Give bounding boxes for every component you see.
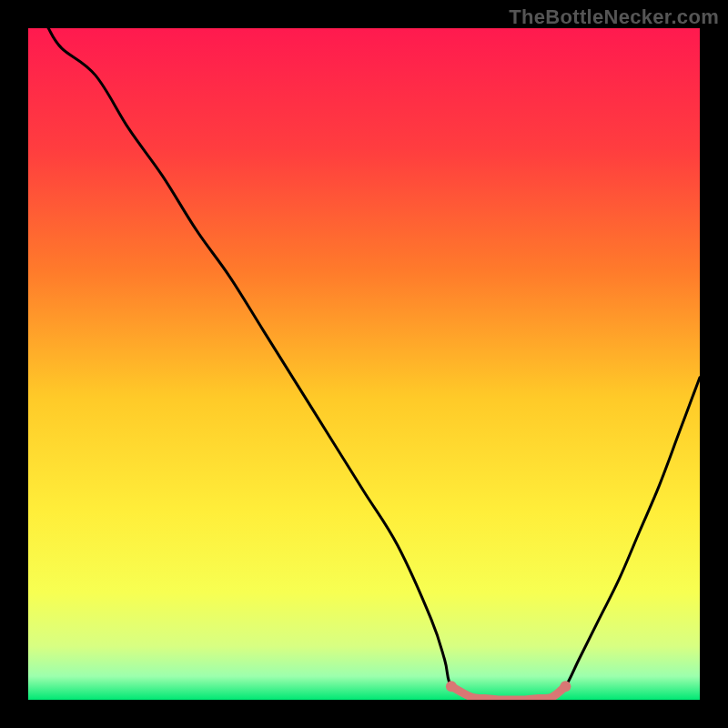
watermark-text: TheBottleNecker.com bbox=[509, 5, 719, 29]
bottleneck-chart bbox=[28, 28, 700, 700]
optimal-range-start-dot bbox=[446, 681, 457, 692]
optimal-range-end-dot bbox=[560, 681, 571, 692]
chart-frame: TheBottleNecker.com bbox=[0, 0, 728, 728]
